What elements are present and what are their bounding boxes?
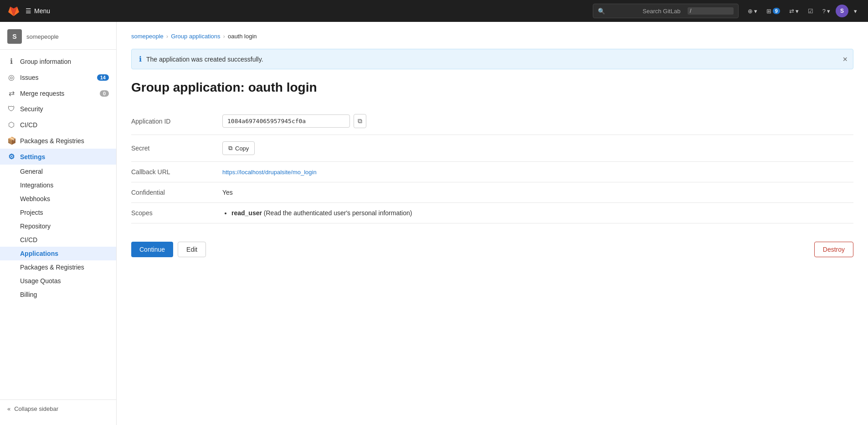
breadcrumb-separator: › — [166, 33, 168, 40]
callback-url-row: Callback URL https://localhost/drupalsit… — [131, 162, 853, 182]
info-icon: ℹ — [7, 57, 15, 66]
alert-info-icon: ℹ — [139, 55, 142, 63]
gitlab-logo-icon[interactable] — [7, 5, 20, 17]
sidebar-sub-item-integrations[interactable]: Integrations — [0, 178, 116, 192]
issues-icon: ◎ — [7, 73, 15, 82]
sidebar-sub-item-usage-quotas[interactable]: Usage Quotas — [0, 274, 116, 288]
sidebar-item-issues[interactable]: ◎ Issues 14 — [0, 69, 116, 85]
sidebar-item-merge-requests[interactable]: ⇄ Merge requests 0 — [0, 85, 116, 101]
confidential-value: Yes — [222, 182, 853, 203]
collapse-sidebar-button[interactable]: « Collapse sidebar — [0, 399, 116, 418]
app-id-input[interactable] — [222, 114, 350, 128]
sidebar-sub-item-applications[interactable]: Applications — [0, 247, 116, 260]
sidebar-sub-item-projects[interactable]: Projects — [0, 206, 116, 219]
sidebar-item-packages-registries[interactable]: 📦 Packages & Registries — [0, 133, 116, 149]
projects-button[interactable]: ⊞ 9 — [763, 5, 784, 17]
secret-label: Secret — [131, 135, 222, 162]
app-id-row: Application ID ⧉ — [131, 108, 853, 135]
sub-item-label: General — [20, 168, 43, 175]
callback-url-label: Callback URL — [131, 162, 222, 182]
sidebar-item-security[interactable]: 🛡 Security — [0, 101, 116, 117]
destroy-button[interactable]: Destroy — [814, 242, 853, 257]
sidebar: S somepeople ℹ Group information ◎ Issue… — [0, 22, 117, 425]
breadcrumb-section-link[interactable]: Group applications — [171, 33, 220, 40]
copy-secret-button[interactable]: ⧉ Copy — [222, 141, 255, 155]
copy-icon: ⧉ — [228, 145, 232, 152]
sidebar-item-settings[interactable]: ⚙ Settings — [0, 149, 116, 165]
continue-button[interactable]: Continue — [131, 242, 173, 257]
breadcrumb-current: oauth login — [228, 33, 257, 40]
scopes-row: Scopes read_user (Read the authenticated… — [131, 203, 853, 223]
sidebar-group-header: S somepeople — [0, 22, 116, 50]
search-placeholder: Search GitLab — [642, 8, 684, 15]
sidebar-sub-item-billing[interactable]: Billing — [0, 288, 116, 301]
app-id-label: Application ID — [131, 108, 222, 135]
action-left-buttons: Continue Edit — [131, 242, 206, 257]
sub-item-label: Projects — [20, 209, 43, 216]
copy-secret-label: Copy — [235, 145, 249, 152]
user-menu-dropdown[interactable]: ▾ — [850, 5, 861, 17]
sidebar-item-label: Settings — [20, 153, 45, 161]
merge-request-icon: ⇄ — [789, 8, 794, 15]
search-bar[interactable]: 🔍 Search GitLab / — [593, 4, 739, 18]
confidential-label: Confidential — [131, 182, 222, 203]
main-content: somepeople › Group applications › oauth … — [117, 22, 868, 425]
alert-message: The application was created successfully… — [146, 56, 846, 63]
sidebar-sub-item-cicd[interactable]: CI/CD — [0, 233, 116, 247]
scopes-label: Scopes — [131, 203, 222, 223]
help-button[interactable]: ? ▾ — [819, 5, 834, 17]
sidebar-sub-item-webhooks[interactable]: Webhooks — [0, 192, 116, 206]
search-slash-key: / — [688, 7, 734, 15]
secret-value-cell: ⧉ Copy — [222, 135, 853, 162]
edit-button[interactable]: Edit — [178, 242, 206, 257]
todo-button[interactable]: ☑ — [804, 5, 817, 17]
sidebar-sub-item-packages-registries[interactable]: Packages & Registries — [0, 260, 116, 274]
sidebar-sub-item-general[interactable]: General — [0, 165, 116, 178]
notifications-badge: 9 — [773, 8, 780, 14]
menu-button[interactable]: ☰ Menu — [26, 7, 50, 15]
sub-item-label: Packages & Registries — [20, 264, 84, 271]
sub-item-label: CI/CD — [20, 236, 37, 244]
issues-count-badge: 14 — [97, 74, 109, 81]
hamburger-icon: ☰ — [26, 7, 31, 15]
search-icon: 🔍 — [598, 8, 639, 15]
breadcrumb-separator: › — [223, 33, 225, 40]
grid-icon: ⊞ — [766, 8, 771, 15]
cicd-icon: ⬡ — [7, 120, 15, 129]
avatar-char: S — [840, 8, 844, 14]
group-name: somepeople — [26, 33, 59, 40]
sub-item-label: Webhooks — [20, 195, 50, 202]
app-id-value-cell: ⧉ — [222, 108, 853, 135]
sidebar-item-label: Security — [20, 105, 43, 113]
dropdown-icon: ▾ — [796, 8, 799, 15]
secret-row: Secret ⧉ Copy — [131, 135, 853, 162]
help-icon: ? — [822, 8, 826, 15]
alert-close-button[interactable]: × — [842, 54, 847, 64]
chevron-down-icon: ▾ — [854, 8, 857, 15]
merge-requests-button[interactable]: ⇄ ▾ — [786, 5, 802, 17]
sub-item-label: Usage Quotas — [20, 277, 61, 285]
sidebar-sub-item-repository[interactable]: Repository — [0, 219, 116, 233]
scope-description: (Read the authenticated user's personal … — [264, 209, 412, 217]
breadcrumb-group-link[interactable]: somepeople — [131, 33, 164, 40]
confidential-row: Confidential Yes — [131, 182, 853, 203]
sidebar-item-label: Packages & Registries — [20, 137, 84, 145]
copy-app-id-button[interactable]: ⧉ — [354, 114, 366, 128]
group-avatar-char: S — [12, 33, 16, 40]
user-avatar[interactable]: S — [836, 5, 848, 17]
main-layout: S somepeople ℹ Group information ◎ Issue… — [0, 22, 868, 425]
sidebar-item-label: CI/CD — [20, 121, 37, 129]
sidebar-item-cicd[interactable]: ⬡ CI/CD — [0, 117, 116, 133]
new-item-button[interactable]: ⊕ ▾ — [744, 5, 761, 17]
packages-icon: 📦 — [7, 136, 15, 145]
page-title: Group application: oauth login — [131, 80, 853, 95]
callback-url-value: https://localhost/drupalsite/mo_login — [222, 169, 317, 176]
sidebar-item-group-information[interactable]: ℹ Group information — [0, 53, 116, 69]
sidebar-item-label: Group information — [20, 58, 71, 65]
sidebar-nav: ℹ Group information ◎ Issues 14 ⇄ Merge … — [0, 50, 116, 305]
copy-icon: ⧉ — [358, 117, 362, 125]
top-navigation: ☰ Menu 🔍 Search GitLab / ⊕ ▾ ⊞ 9 ⇄ ▾ ☑ ?… — [0, 0, 868, 22]
collapse-icon: « — [7, 405, 10, 412]
plus-icon: ⊕ — [748, 8, 753, 15]
breadcrumb: somepeople › Group applications › oauth … — [131, 33, 853, 40]
